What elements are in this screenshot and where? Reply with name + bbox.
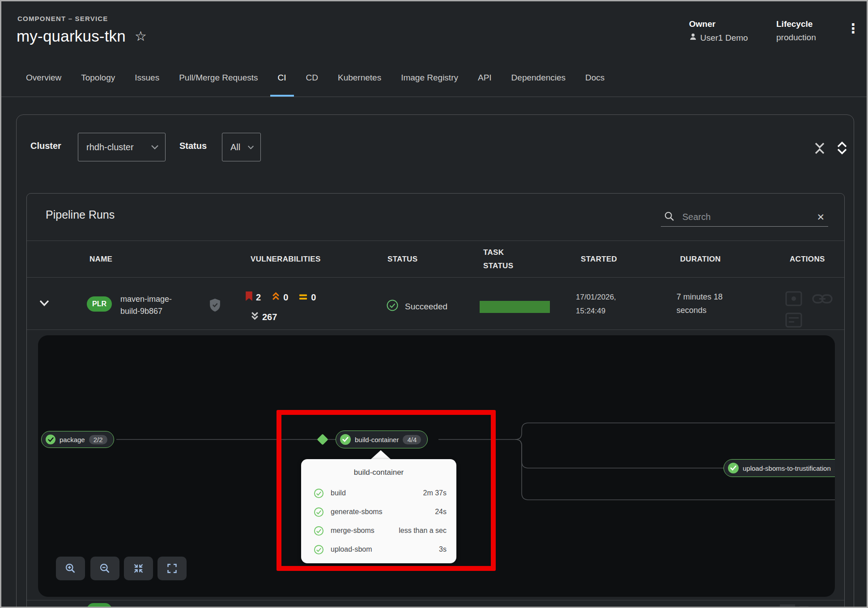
tab-pull-merge-requests[interactable]: Pull/Merge Requests bbox=[169, 59, 268, 97]
entity-kind-label: COMPONENT – SERVICE bbox=[17, 15, 108, 22]
task-status-bar bbox=[480, 301, 550, 313]
plr-badge: PLR bbox=[87, 296, 112, 312]
tooltip-task-row: build 2m 37s bbox=[314, 488, 447, 498]
critical-severity-icon bbox=[245, 291, 253, 304]
tooltip-task-row: merge-sboms less than a sec bbox=[314, 525, 447, 536]
status-text: Succeeded bbox=[405, 302, 447, 312]
task-check-icon bbox=[314, 488, 324, 498]
owner-value[interactable]: User1 Demo bbox=[700, 33, 748, 43]
page-title: my-quarkus-tkn bbox=[17, 27, 126, 45]
col-started: STARTED bbox=[581, 255, 617, 264]
low-count: 267 bbox=[262, 312, 277, 322]
task-node-upload-sboms-to-trustification[interactable]: upload-sboms-to-trustification bbox=[723, 459, 835, 477]
col-duration: DURATION bbox=[680, 255, 721, 264]
medium-count: 0 bbox=[311, 292, 316, 303]
task-check-icon bbox=[314, 526, 324, 536]
col-vulnerabilities: VULNERABILITIES bbox=[251, 255, 321, 264]
tooltip-task-duration: less than a sec bbox=[399, 527, 447, 535]
duration-cell: 7 minutes 18 seconds bbox=[677, 290, 740, 317]
tooltip-task-name: merge-sboms bbox=[331, 527, 374, 535]
task-node-label: package bbox=[60, 436, 85, 443]
user-icon bbox=[689, 33, 697, 43]
search-clear-icon[interactable]: ✕ bbox=[817, 212, 825, 223]
task-success-icon bbox=[46, 435, 55, 444]
pipeline-run-name[interactable]: maven-image-build-9b867 bbox=[120, 293, 191, 317]
col-status: STATUS bbox=[387, 255, 417, 264]
tab-api[interactable]: API bbox=[468, 59, 502, 97]
fit-to-screen-button[interactable] bbox=[124, 557, 153, 580]
search-field[interactable]: ✕ bbox=[661, 208, 828, 227]
col-name: NAME bbox=[89, 255, 112, 264]
row-divider bbox=[27, 600, 844, 600]
started-time: 15:24:49 bbox=[576, 304, 616, 318]
tab-docs[interactable]: Docs bbox=[575, 59, 614, 97]
chevron-down-icon bbox=[151, 144, 159, 150]
search-input[interactable] bbox=[682, 212, 809, 222]
task-details-tooltip: build-container build 2m 37s generate-sb… bbox=[301, 459, 456, 563]
tab-cd[interactable]: CD bbox=[296, 59, 328, 97]
tab-issues[interactable]: Issues bbox=[125, 59, 169, 97]
chevron-down-icon bbox=[247, 145, 254, 150]
collapse-all-icon[interactable] bbox=[813, 139, 826, 158]
tooltip-task-row: generate-sboms 24s bbox=[314, 507, 447, 517]
task-node-package[interactable]: package 2/2 bbox=[41, 431, 114, 448]
started-cell: 17/01/2026, 15:24:49 bbox=[576, 290, 616, 318]
critical-count: 2 bbox=[256, 292, 261, 303]
medium-severity-icon bbox=[299, 292, 308, 303]
next-row-action-icon-partial bbox=[800, 606, 808, 608]
task-success-icon bbox=[340, 434, 351, 445]
next-row-action-icon-partial bbox=[780, 604, 795, 608]
owner-label: Owner bbox=[689, 19, 748, 29]
ci-content-card: Cluster rhdh-cluster Status All Pipeline… bbox=[16, 114, 854, 608]
tooltip-title: build-container bbox=[301, 468, 456, 477]
next-row-plr-badge-partial bbox=[87, 603, 112, 608]
status-filter-label: Status bbox=[179, 141, 207, 151]
task-success-icon bbox=[728, 463, 739, 473]
started-date: 17/01/2026, bbox=[576, 290, 616, 304]
view-logs-icon[interactable] bbox=[785, 291, 802, 308]
pipeline-runs-card: Pipeline Runs ✕ NAME VULNERABILITIES STA… bbox=[26, 193, 845, 608]
cluster-select[interactable]: rhdh-cluster bbox=[78, 133, 166, 161]
fullscreen-button[interactable] bbox=[157, 557, 187, 580]
search-icon bbox=[664, 211, 675, 224]
zoom-in-icon bbox=[64, 562, 77, 574]
tab-kubernetes[interactable]: Kubernetes bbox=[328, 59, 391, 97]
sbom-document-icon[interactable] bbox=[785, 312, 802, 329]
zoom-out-button[interactable] bbox=[90, 557, 119, 580]
lifecycle-meta: Lifecycle production bbox=[776, 19, 816, 42]
tooltip-task-row: upload-sbom 3s bbox=[314, 544, 447, 555]
vulnerabilities-cell: 2 0 0 bbox=[245, 291, 316, 323]
col-task-status: TASK STATUS bbox=[483, 246, 523, 273]
tab-image-registry[interactable]: Image Registry bbox=[391, 59, 468, 97]
col-actions: ACTIONS bbox=[790, 255, 825, 264]
tooltip-arrow bbox=[371, 450, 391, 459]
high-count: 0 bbox=[283, 292, 288, 303]
app-window: COMPONENT – SERVICE my-quarkus-tkn ☆ Own… bbox=[0, 0, 868, 608]
table-row: PLR maven-image-build-9b867 2 bbox=[27, 277, 844, 330]
zoom-in-button[interactable] bbox=[56, 557, 85, 580]
cluster-filter-label: Cluster bbox=[30, 141, 61, 151]
lifecycle-label: Lifecycle bbox=[776, 19, 816, 29]
entity-tabbar: Overview Topology Issues Pull/Merge Requ… bbox=[1, 59, 867, 97]
tab-ci[interactable]: CI bbox=[268, 59, 296, 97]
link-icon[interactable] bbox=[812, 293, 833, 306]
tab-topology[interactable]: Topology bbox=[71, 59, 125, 97]
task-node-build-container[interactable]: build-container 4/4 bbox=[336, 431, 428, 448]
task-node-label: build-container bbox=[355, 436, 399, 443]
fullscreen-icon bbox=[166, 562, 178, 574]
high-severity-icon bbox=[272, 291, 280, 303]
status-select-value: All bbox=[230, 142, 240, 152]
row-expand-chevron-icon[interactable] bbox=[38, 299, 50, 309]
expand-all-icon[interactable] bbox=[835, 139, 849, 158]
task-node-label: upload-sboms-to-trustification bbox=[743, 464, 831, 472]
tooltip-task-duration: 3s bbox=[439, 545, 447, 553]
tooltip-task-duration: 24s bbox=[435, 508, 447, 516]
tab-overview[interactable]: Overview bbox=[16, 59, 71, 97]
status-select[interactable]: All bbox=[222, 133, 261, 161]
lifecycle-value: production bbox=[776, 33, 816, 42]
cluster-select-value: rhdh-cluster bbox=[86, 142, 134, 152]
tab-dependencies[interactable]: Dependencies bbox=[502, 59, 575, 97]
zoom-out-icon bbox=[99, 562, 111, 574]
kebab-menu-icon[interactable]: ⋮ bbox=[847, 21, 860, 36]
favorite-star-icon[interactable]: ☆ bbox=[135, 30, 147, 43]
